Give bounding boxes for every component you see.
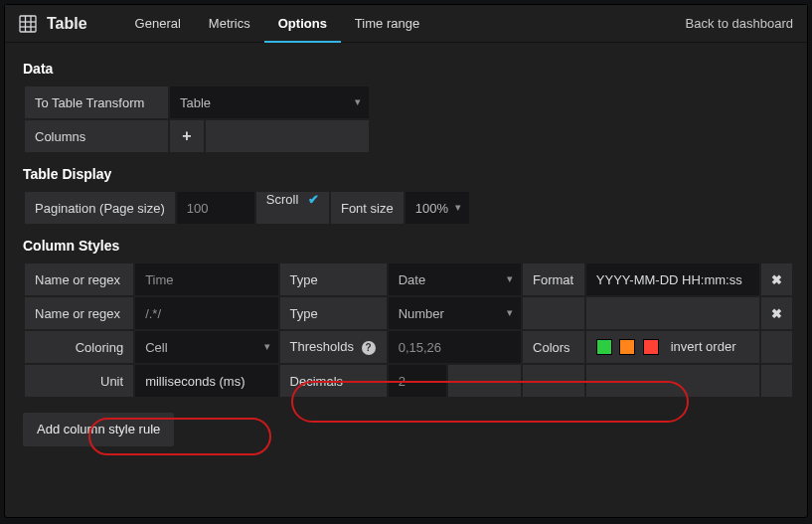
blank-cell [761, 331, 792, 363]
panel-title: Table [47, 15, 87, 33]
blank-cell [586, 365, 759, 397]
scroll-toggle[interactable]: Scroll ✔ [256, 192, 329, 224]
coloring-select[interactable]: Cell [135, 331, 277, 363]
blank-cell [448, 365, 521, 397]
pagination-input[interactable]: 100 [177, 192, 254, 224]
fontsize-select[interactable]: 100% [406, 192, 469, 224]
blank-cell [586, 297, 759, 329]
remove-rule-1[interactable]: ✖ [761, 297, 792, 329]
transform-select[interactable]: Table [170, 87, 369, 118]
unit-input[interactable]: milliseconds (ms) [135, 365, 277, 397]
color-swatch-0[interactable] [596, 339, 612, 355]
colors-label: Colors [523, 331, 584, 363]
section-data-heading: Data [23, 61, 789, 77]
format-input-0[interactable]: YYYY-MM-DD HH:mm:ss [586, 263, 759, 295]
type-select-1[interactable]: Number [389, 297, 521, 329]
add-column-button[interactable]: + [170, 120, 204, 152]
blank-cell [761, 365, 792, 397]
tab-time-range[interactable]: Time range [341, 5, 433, 43]
close-icon: ✖ [771, 306, 782, 321]
type-label-0: Type [280, 263, 387, 295]
blank-cell [523, 297, 584, 329]
tab-metrics[interactable]: Metrics [195, 5, 264, 43]
table-icon [19, 15, 37, 33]
add-column-style-rule-button[interactable]: Add column style rule [23, 413, 174, 446]
plus-icon: + [182, 127, 191, 145]
tab-general[interactable]: General [121, 5, 195, 43]
nameregex-input-1[interactable]: /.*/ [135, 297, 277, 329]
scroll-label: Scroll [266, 192, 299, 207]
columns-label: Columns [25, 120, 168, 152]
type-label-1: Type [280, 297, 387, 329]
close-icon: ✖ [771, 272, 782, 287]
fontsize-label: Font size [331, 192, 404, 224]
pagination-label: Pagination (Page size) [25, 192, 175, 224]
section-columnstyles-heading: Column Styles [23, 238, 789, 254]
format-label-0: Format [523, 263, 584, 295]
thresholds-label: Thresholds ? [280, 331, 387, 363]
help-icon[interactable]: ? [362, 341, 376, 355]
color-swatch-1[interactable] [619, 339, 635, 355]
nameregex-label-1: Name or regex [25, 297, 133, 329]
blank-cell [523, 365, 584, 397]
transform-label: To Table Transform [25, 87, 168, 118]
decimals-input[interactable]: 2 [389, 365, 446, 397]
section-tabledisplay-heading: Table Display [23, 166, 789, 182]
check-icon: ✔ [308, 192, 319, 207]
nameregex-label-0: Name or regex [25, 263, 133, 295]
type-select-0[interactable]: Date [389, 263, 521, 295]
panel-type[interactable]: Table [19, 15, 87, 33]
decimals-label: Decimals [280, 365, 387, 397]
tab-options[interactable]: Options [264, 5, 341, 43]
color-swatch-2[interactable] [643, 339, 659, 355]
coloring-label: Coloring [25, 331, 133, 363]
back-to-dashboard-link[interactable]: Back to dashboard [686, 16, 793, 31]
thresholds-input[interactable]: 0,15,26 [389, 331, 521, 363]
svg-rect-0 [20, 16, 36, 32]
nameregex-input-0[interactable]: Time [135, 263, 277, 295]
columns-empty-cell [206, 120, 369, 152]
remove-rule-0[interactable]: ✖ [761, 263, 792, 295]
column-styles-table: Name or regex Time Type Date Format YYYY… [23, 262, 794, 399]
invert-order-link[interactable]: invert order [671, 339, 736, 354]
unit-label: Unit [25, 365, 133, 397]
